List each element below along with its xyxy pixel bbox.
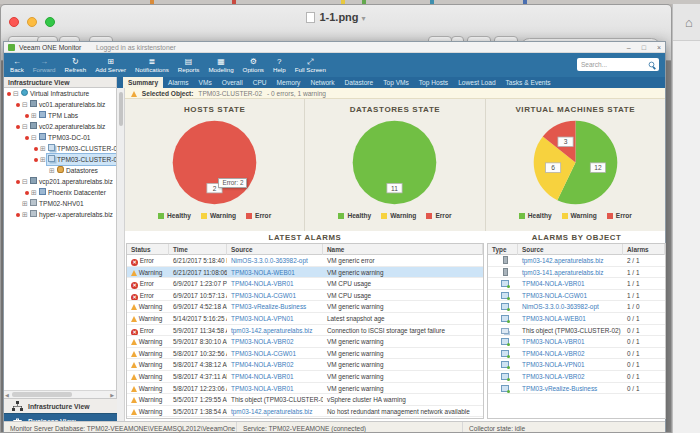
pane-splitter[interactable] [117, 88, 125, 433]
object-source-link[interactable]: TPM03-NOLA-WEB01 [522, 315, 586, 322]
alarm-row[interactable]: Warning6/21/2017 11:08:06 AMTPM03-NOLA-W… [127, 267, 483, 279]
toolbar-button-options[interactable]: ⚙Options [243, 57, 264, 73]
toolbar-button-forward[interactable]: →Forward [33, 57, 56, 73]
tab-alarms[interactable]: Alarms [163, 77, 194, 88]
alarm-row[interactable]: Warning5/5/2017 1:29:55 AMThis object (T… [127, 394, 483, 406]
object-row[interactable]: TPM03-NOLA-WEB010 / 1 [488, 313, 665, 325]
column-header[interactable]: Source [227, 244, 323, 255]
tree-node[interactable]: ⊞Phoenix Datacenter [4, 187, 116, 198]
alarm-row[interactable]: Warning5/14/2017 5:16:25 AMTPM03-NOLA-VP… [127, 313, 483, 325]
object-source-link[interactable]: NimOS-3.3.0.0-363982-opt [522, 303, 599, 310]
sidebar-horizontal-scrollbar[interactable]: ◀ ▶ [4, 390, 117, 398]
object-source-link[interactable]: TPM03-NOLA-VBR02 [522, 373, 585, 380]
tab-top-hosts[interactable]: Top Hosts [414, 77, 453, 88]
tab-top-vms[interactable]: Top VMs [378, 77, 414, 88]
alarm-source-link[interactable]: tpm03-142.aperaturelabs.biz [231, 327, 312, 334]
object-source-link[interactable]: TPM03-vRealize-Business [522, 385, 597, 392]
tree-node[interactable]: ⊟Virtual Infrastructure [4, 88, 116, 99]
object-row[interactable]: TPM03-NOLA-VPN010 / 1 [488, 359, 665, 371]
object-source-link[interactable]: TPM03-NOLA-VBR01 [522, 338, 585, 345]
tree-node[interactable]: ⊞TPM02-NHV01 [4, 198, 116, 209]
expander-icon[interactable]: ⊞ [30, 110, 38, 121]
alarm-row[interactable]: ✕ Error6/9/2017 10:57:13 AMTPM03-NOLA-CG… [127, 290, 483, 302]
alarm-source-link[interactable]: TPM03-NOLA-CGW01 [231, 292, 296, 299]
object-row[interactable]: TPM03-NOLA-VBR010 / 1 [488, 336, 665, 348]
toolbar-button-refresh[interactable]: ↻Refresh [64, 57, 86, 73]
alarm-source-link[interactable]: TPM04-NOLA-VBR01 [231, 373, 294, 380]
tree-node[interactable]: ⊟TPM03-DC-01 [4, 132, 116, 143]
column-header[interactable]: Source [518, 244, 623, 255]
object-row[interactable]: tpm03-141.aperaturelabs.biz1 / 1 [488, 267, 665, 279]
tab-overall[interactable]: Overall [217, 77, 248, 88]
object-source-link[interactable]: TPM04-NOLA-VBR02 [522, 350, 585, 357]
tree-node[interactable]: ⊟vc01.aperaturelabs.biz [4, 99, 116, 110]
object-source-link[interactable]: tpm03-141.aperaturelabs.biz [522, 269, 603, 276]
expander-icon[interactable]: ⊞ [48, 165, 56, 176]
toolbar-button-full-screen[interactable]: ⤢Full Screen [295, 57, 326, 73]
expander-icon[interactable]: ⊟ [12, 88, 20, 99]
home-icon[interactable]: ⌂ [679, 14, 699, 32]
toolbar-button-add-server[interactable]: ⊞Add Server [95, 57, 126, 73]
object-source-link[interactable]: TPM04-NOLA-VBR01 [522, 280, 585, 287]
alarm-source-link[interactable]: TPM04-NOLA-VBR01 [231, 280, 294, 287]
app-search-field[interactable]: Search... [577, 58, 659, 71]
expander-icon[interactable]: ⊟ [30, 132, 38, 143]
view-infrastructure[interactable]: Infrastructure View [4, 398, 117, 413]
alarm-source-link[interactable]: TPM04-NOLA-VBR02 [231, 361, 294, 368]
tab-summary[interactable]: Summary [123, 77, 163, 88]
object-row[interactable]: TPM03-NOLA-VBR020 / 1 [488, 371, 665, 383]
object-row[interactable]: tpm03-142.aperaturelabs.biz2 / 1 [488, 255, 665, 267]
alarm-source-link[interactable]: TPM03-NOLA-VBR02 [231, 338, 294, 345]
app-close-button[interactable]: × [657, 42, 661, 53]
toolbar-button-back[interactable]: ←Back [10, 57, 24, 73]
alarm-source-link[interactable]: TPM03-NOLA-WEB01 [231, 269, 295, 276]
object-source-link[interactable]: TPM03-NOLA-CGW01 [522, 292, 587, 299]
tree-node[interactable]: ⊟vc02.aperaturelabs.biz [4, 121, 116, 132]
alarm-row[interactable]: Warning5/8/2017 4:37:11 AMTPM04-NOLA-VBR… [127, 371, 483, 383]
object-row[interactable]: TPM03-NOLA-CGW011 / 1 [488, 290, 665, 302]
app-minimize-button[interactable]: – [627, 42, 631, 53]
scrollbar-thumb[interactable] [12, 392, 72, 397]
toolbar-button-reports[interactable]: ▤Reports [178, 57, 200, 73]
object-row[interactable]: NimOS-3.3.0.0-363982-opt1 / 0 [488, 301, 665, 313]
alarm-source-link[interactable]: tpm03-142.aperaturelabs.biz [231, 408, 312, 415]
expander-icon[interactable]: ⊟ [21, 121, 29, 132]
object-row[interactable]: TPM03-vRealize-Business0 / 1 [488, 383, 665, 395]
tab-cpu[interactable]: CPU [248, 77, 272, 88]
tab-tasks-events[interactable]: Tasks & Events [501, 77, 556, 88]
column-header[interactable]: Time [169, 244, 227, 255]
alarm-source-link[interactable]: TPM03-NOLA-VBR01 [231, 385, 294, 392]
expander-icon[interactable]: ⊟ [21, 176, 29, 187]
alarm-row[interactable]: Warning5/5/2017 1:38:54 AMtpm03-142.aper… [127, 406, 483, 418]
tab-memory[interactable]: Memory [272, 77, 306, 88]
title-chevron-icon[interactable]: ▾ [362, 14, 366, 23]
tree-node[interactable]: ⊞TPM Labs [4, 110, 116, 121]
tab-vms[interactable]: VMs [194, 77, 217, 88]
alarm-source-link[interactable]: TPM03-vRealize-Business [231, 303, 306, 310]
alarm-row[interactable]: Warning6/9/2017 4:52:18 AMTPM03-vRealize… [127, 301, 483, 313]
tab-datastore[interactable]: Datastore [340, 77, 379, 88]
alarm-row[interactable]: Warning5/8/2017 4:38:12 AMTPM04-NOLA-VBR… [127, 359, 483, 371]
tree-node[interactable]: ⊞Datastores [4, 165, 116, 176]
object-row[interactable]: TPM04-NOLA-VBR011 / 1 [488, 278, 665, 290]
object-row[interactable]: TPM04-NOLA-VBR020 / 1 [488, 348, 665, 360]
expander-icon[interactable]: ⊞ [39, 143, 47, 154]
alarm-row[interactable]: ✕ Error5/9/2017 11:34:58 AMtpm03-142.ape… [127, 325, 483, 337]
tab-lowest-load[interactable]: Lowest Load [453, 77, 500, 88]
tree-node[interactable]: ⊞hyper-v.aperaturelabs.biz [4, 209, 116, 220]
toolbar-button-modeling[interactable]: ▦Modeling [208, 57, 233, 73]
alarm-row[interactable]: ✕ Error6/9/2017 1:23:07 PMTPM04-NOLA-VBR… [127, 278, 483, 290]
alarm-row[interactable]: Warning5/9/2017 8:30:10 AMTPM03-NOLA-VBR… [127, 336, 483, 348]
expander-icon[interactable]: ⊞ [21, 198, 29, 209]
object-source-link[interactable]: tpm03-142.aperaturelabs.biz [522, 257, 603, 264]
alarm-row[interactable]: Warning5/8/2017 12:23:06 AMTPM03-NOLA-VB… [127, 383, 483, 395]
alarm-source-link[interactable]: NimOS-3.3.0.0-363982-opt [231, 257, 308, 264]
expander-icon[interactable]: ⊞ [39, 154, 47, 165]
app-maximize-button[interactable]: □ [642, 42, 646, 53]
tree-node[interactable]: ⊞TPM03-CLUSTER-01 [4, 143, 116, 154]
column-header[interactable]: Status [127, 244, 169, 255]
toolbar-button-help[interactable]: ?Help [273, 57, 286, 73]
object-row[interactable]: This object (TPM03-CLUSTER-02)0 / 1 [488, 325, 665, 337]
alarm-row[interactable]: ✕ Error6/21/2017 5:18:40 PMNimOS-3.3.0.0… [127, 255, 483, 267]
tree-node[interactable]: ⊟vcp201.aperaturelabs.biz [4, 176, 116, 187]
